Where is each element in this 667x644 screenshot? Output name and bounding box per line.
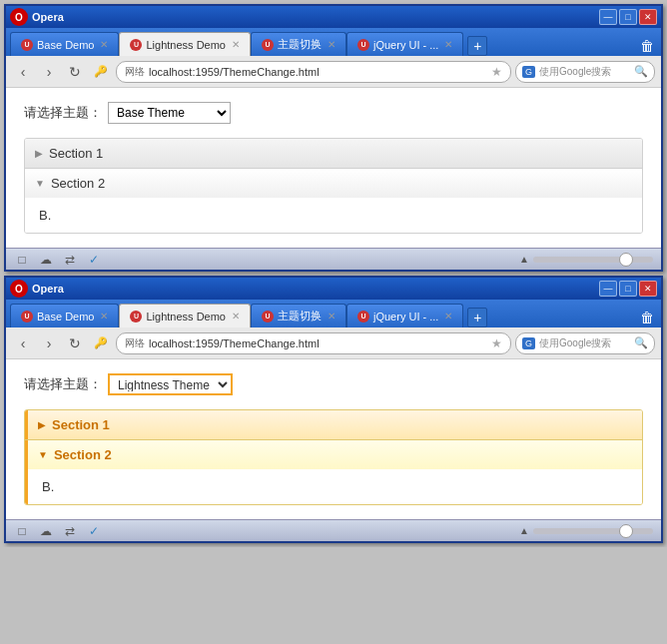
slider-left-arrow-2: ▲ — [519, 525, 529, 536]
forward-button-1[interactable]: › — [38, 61, 60, 83]
title-bar-2: O Opera — □ ✕ — [6, 278, 661, 300]
title-bar-left-2: O Opera — [10, 280, 64, 298]
net-label-2: 网络 — [125, 336, 145, 350]
bookmark-star-2[interactable]: ★ — [491, 336, 502, 350]
tab-jquery-ui-2[interactable]: U jQuery UI - ... ✕ — [346, 304, 463, 327]
tab-label-jquery-ui-2: jQuery UI - ... — [373, 311, 438, 322]
accordion-item-section2-1: ▼ Section 2 B. — [25, 169, 642, 233]
accordion-item-section2-2: ▼ Section 2 B. — [25, 440, 642, 504]
accordion-item-section1-1: ▶ Section 1 — [25, 139, 642, 169]
trash-button-1[interactable]: 🗑 — [637, 36, 657, 56]
status-slider-wrap-2: ▲ — [519, 525, 653, 536]
address-bar-1: ‹ › ↻ 🔑 网络 ★ G 使用Google搜索 🔍 — [6, 56, 661, 88]
window-controls-2: — □ ✕ — [599, 281, 657, 297]
tab-close-base-demo-1[interactable]: ✕ — [100, 39, 108, 50]
tab-base-demo-2[interactable]: U Base Demo ✕ — [10, 304, 119, 327]
section1-label-2: Section 1 — [52, 417, 110, 432]
section2-content-1: B. — [39, 208, 51, 223]
accordion-header-section2-2[interactable]: ▼ Section 2 — [25, 440, 642, 469]
status-icon-screen-2: □ — [14, 523, 30, 539]
tab-base-demo-1[interactable]: U Base Demo ✕ — [10, 32, 119, 56]
accordion-header-section1-2[interactable]: ▶ Section 1 — [25, 410, 642, 439]
accordion-body-section2-2: B. — [25, 469, 642, 504]
address-input-1[interactable] — [149, 66, 487, 78]
window-title-2: Opera — [32, 283, 64, 295]
bookmark-star-1[interactable]: ★ — [491, 65, 502, 79]
search-placeholder-2: 使用Google搜索 — [539, 336, 630, 350]
window-title-1: Opera — [32, 11, 64, 23]
status-slider-1[interactable] — [533, 257, 653, 263]
browser-window-2: O Opera — □ ✕ U Base Demo ✕ U Lightness … — [4, 276, 663, 543]
tab-close-theme-switch-2[interactable]: ✕ — [328, 311, 335, 322]
page-content-2: 请选择主题： Base Theme Lightness Theme ▶ Sect… — [6, 359, 661, 519]
back-button-1[interactable]: ‹ — [12, 61, 34, 83]
opera-logo-2: O — [10, 280, 28, 298]
new-tab-button-1[interactable]: + — [467, 36, 487, 56]
tab-theme-switch-1[interactable]: U 主题切换 ✕ — [251, 32, 346, 56]
theme-select-2[interactable]: Base Theme Lightness Theme — [108, 373, 233, 395]
accordion-2: ▶ Section 1 ▼ Section 2 B. — [24, 409, 643, 505]
search-placeholder-1: 使用Google搜索 — [539, 65, 630, 79]
tab-icon-theme-switch-1: U — [262, 39, 274, 51]
title-bar-1: O Opera — □ ✕ — [6, 6, 661, 28]
key-button-1[interactable]: 🔑 — [90, 61, 112, 83]
tab-icon-lightness-demo-2: U — [130, 311, 142, 322]
maximize-button-1[interactable]: □ — [619, 9, 637, 25]
accordion-body-section2-1: B. — [25, 198, 642, 233]
maximize-button-2[interactable]: □ — [619, 281, 637, 297]
section1-label-1: Section 1 — [49, 146, 103, 161]
back-button-2[interactable]: ‹ — [12, 332, 34, 354]
tab-theme-switch-2[interactable]: U 主题切换 ✕ — [251, 304, 346, 327]
search-wrap-1: G 使用Google搜索 🔍 — [515, 61, 655, 83]
tab-close-jquery-ui-2[interactable]: ✕ — [444, 311, 452, 322]
tab-bar-1: U Base Demo ✕ U Lightness Demo ✕ U 主题切换 … — [6, 28, 661, 56]
status-slider-2[interactable] — [533, 528, 653, 534]
status-slider-wrap-1: ▲ — [519, 254, 653, 265]
tab-icon-jquery-ui-1: U — [357, 39, 369, 51]
accordion-header-section1-1[interactable]: ▶ Section 1 — [25, 139, 642, 168]
title-bar-left-1: O Opera — [10, 8, 64, 26]
status-icon-check-1: ✓ — [86, 252, 102, 268]
close-button-2[interactable]: ✕ — [639, 281, 657, 297]
trash-button-2[interactable]: 🗑 — [637, 308, 657, 327]
tab-lightness-demo-1[interactable]: U Lightness Demo ✕ — [119, 32, 251, 56]
address-input-wrap-1: 网络 ★ — [116, 61, 511, 83]
tab-close-lightness-demo-2[interactable]: ✕ — [232, 311, 240, 322]
tab-label-jquery-ui-1: jQuery UI - ... — [373, 39, 438, 51]
tab-close-lightness-demo-1[interactable]: ✕ — [232, 39, 240, 50]
minimize-button-1[interactable]: — — [599, 9, 617, 25]
search-button-1[interactable]: 🔍 — [634, 65, 648, 78]
tab-label-lightness-demo-2: Lightness Demo — [146, 311, 226, 322]
theme-select-1[interactable]: Base Theme Lightness Theme — [108, 102, 231, 124]
tab-jquery-ui-1[interactable]: U jQuery UI - ... ✕ — [346, 32, 463, 56]
refresh-button-1[interactable]: ↻ — [64, 61, 86, 83]
accordion-header-section2-1[interactable]: ▼ Section 2 — [25, 169, 642, 198]
tab-icon-base-demo-1: U — [21, 39, 33, 51]
section2-content-2: B. — [42, 479, 54, 494]
slider-left-arrow-1: ▲ — [519, 254, 529, 265]
search-button-2[interactable]: 🔍 — [634, 336, 648, 349]
address-input-2[interactable] — [149, 337, 487, 349]
status-icon-cloud-1: ☁ — [38, 252, 54, 268]
search-badge-1: G — [522, 66, 535, 78]
key-button-2[interactable]: 🔑 — [90, 332, 112, 354]
refresh-button-2[interactable]: ↻ — [64, 332, 86, 354]
tab-close-jquery-ui-1[interactable]: ✕ — [444, 39, 452, 50]
theme-label-2: 请选择主题： — [24, 375, 102, 393]
tab-icon-lightness-demo-1: U — [130, 39, 142, 51]
opera-logo-1: O — [10, 8, 28, 26]
tab-icon-theme-switch-2: U — [262, 311, 274, 322]
close-button-1[interactable]: ✕ — [639, 9, 657, 25]
tab-label-lightness-demo-1: Lightness Demo — [146, 39, 226, 51]
tab-label-theme-switch-1: 主题切换 — [278, 37, 322, 52]
new-tab-button-2[interactable]: + — [467, 308, 487, 327]
window-controls-1: — □ ✕ — [599, 9, 657, 25]
minimize-button-2[interactable]: — — [599, 281, 617, 297]
forward-button-2[interactable]: › — [38, 332, 60, 354]
status-slider-thumb-2 — [619, 524, 633, 538]
tab-icon-base-demo-2: U — [21, 311, 33, 322]
tab-lightness-demo-2[interactable]: U Lightness Demo ✕ — [119, 304, 251, 327]
tab-close-theme-switch-1[interactable]: ✕ — [328, 39, 335, 50]
tab-close-base-demo-2[interactable]: ✕ — [100, 311, 108, 322]
status-icon-screen-1: □ — [14, 252, 30, 268]
